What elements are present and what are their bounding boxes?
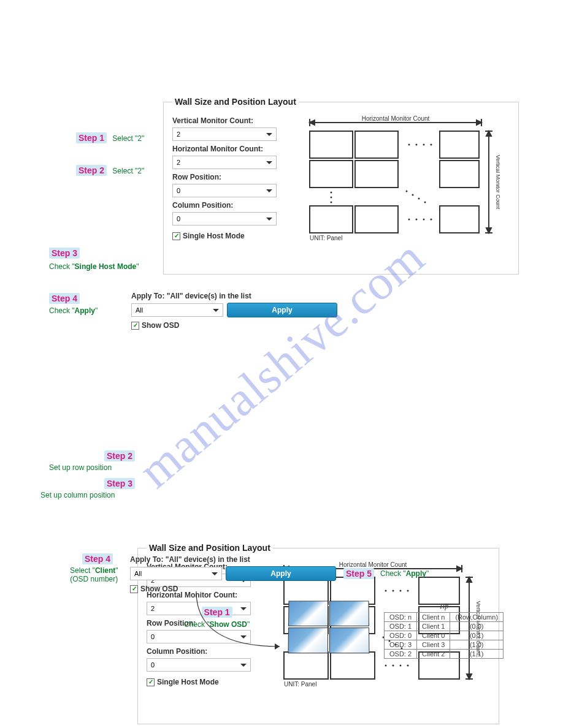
caret-icon	[266, 133, 272, 136]
tip-row: OSD: 0 Client 0 (0,1)	[385, 631, 504, 640]
col-value-1: 0	[177, 215, 180, 222]
svg-point-15	[408, 144, 410, 146]
apply1-select[interactable]: All	[131, 303, 223, 317]
tip-title: Tip	[384, 602, 504, 611]
show-osd-checkbox-2[interactable]: ✓	[130, 585, 138, 593]
panel2-legend: Wall Size and Position Layout	[147, 543, 273, 553]
apply2-button[interactable]: Apply	[226, 566, 336, 581]
step4b-note-suffix: "	[115, 566, 118, 575]
caret-icon	[212, 572, 218, 575]
step3a-badge: Step 3	[49, 248, 80, 259]
tip-header: OSD: n	[385, 613, 417, 622]
col-select-1[interactable]: 0	[172, 212, 277, 226]
step1a-note: Select "2"	[112, 134, 144, 143]
vmc-value-1: 2	[177, 131, 180, 138]
caret-icon	[266, 161, 272, 164]
svg-point-24	[331, 197, 332, 199]
panel1: Wall Size and Position Layout Vertical M…	[163, 97, 519, 275]
tip-header: (Row,Column)	[450, 613, 504, 622]
apply2-select[interactable]: All	[130, 567, 222, 580]
hmc-value-2: 2	[151, 605, 155, 612]
single-host-label-1: Single Host Mode	[183, 232, 245, 240]
col-select-2[interactable]: 0	[147, 658, 251, 672]
svg-rect-9	[310, 161, 353, 188]
osd-thumbnail	[329, 601, 369, 626]
step3b-note: Set up column position	[40, 491, 115, 499]
tip-header: Client n	[417, 613, 450, 622]
show-osd-label-2: Show OSD	[140, 585, 178, 593]
step4b-note-prefix: Select "	[70, 566, 95, 575]
svg-point-56	[385, 665, 387, 667]
svg-point-29	[424, 202, 426, 203]
apply1-button[interactable]: Apply	[227, 303, 337, 317]
step5b-note-bold: Apply	[406, 569, 426, 578]
osd-thumbnail	[329, 628, 369, 653]
step4b-note-bold: Client	[95, 566, 115, 575]
svg-rect-6	[310, 131, 353, 158]
single-host-checkbox-1[interactable]: ✓	[172, 232, 180, 240]
svg-marker-31	[486, 131, 491, 136]
svg-text:UNIT: Panel: UNIT: Panel	[310, 235, 342, 241]
svg-point-21	[423, 219, 425, 221]
apply1-select-value: All	[136, 306, 143, 314]
svg-rect-14	[440, 206, 479, 233]
row-value-2: 0	[151, 633, 155, 640]
step4a-note-suffix: "	[95, 306, 98, 315]
svg-point-17	[423, 144, 425, 146]
panel1-legend: Wall Size and Position Layout	[172, 97, 299, 107]
svg-point-26	[406, 191, 408, 192]
col-value-2: 0	[151, 661, 155, 669]
step3b-badge: Step 3	[104, 478, 135, 489]
caret-icon	[240, 664, 247, 667]
step3a-note-suffix: "	[136, 262, 139, 271]
svg-marker-74	[275, 643, 280, 650]
svg-point-18	[431, 144, 432, 146]
vmc-select-1[interactable]: 2	[172, 127, 277, 141]
row-select-1[interactable]: 0	[172, 184, 277, 197]
svg-rect-7	[355, 131, 398, 158]
caret-icon	[213, 309, 219, 312]
step4a-note-prefix: Check "	[49, 306, 75, 315]
svg-marker-69	[467, 674, 472, 679]
step4a-note-bold: Apply	[75, 306, 95, 315]
tip-row: OSD: 1 Client 1 (0,0)	[385, 622, 504, 631]
svg-point-58	[400, 665, 402, 667]
single-host-label-2: Single Host Mode	[157, 678, 219, 686]
step1a-badge: Step 1	[76, 132, 107, 143]
svg-point-20	[416, 219, 418, 221]
svg-marker-39	[457, 566, 462, 571]
svg-point-23	[331, 192, 332, 194]
step2b-badge: Step 2	[104, 450, 135, 461]
show-osd-checkbox-1[interactable]: ✓	[131, 322, 139, 330]
svg-point-57	[393, 665, 394, 667]
svg-rect-13	[355, 206, 398, 233]
apply1-title: Apply To: "All" device(s) in the list	[131, 292, 337, 300]
svg-point-16	[416, 144, 418, 146]
caret-icon	[266, 189, 272, 192]
svg-point-27	[412, 194, 414, 196]
svg-rect-50	[331, 652, 375, 679]
svg-marker-1	[310, 120, 315, 125]
step5b-note-prefix: Check "	[380, 569, 406, 578]
svg-point-19	[408, 219, 410, 221]
apply2-title: Apply To: "All" device(s) in the list	[130, 555, 429, 564]
svg-point-59	[407, 665, 409, 667]
step2a-badge: Step 2	[76, 165, 107, 176]
svg-point-22	[431, 219, 432, 221]
hmc-select-1[interactable]: 2	[172, 156, 277, 169]
step2b-note: Set up row position	[49, 463, 112, 472]
svg-point-28	[418, 198, 420, 200]
osd-thumbnail-grid	[288, 601, 370, 653]
step4b-badge: Step 4	[82, 553, 113, 564]
svg-marker-32	[486, 228, 491, 233]
step5b-badge: Step 5	[343, 568, 374, 579]
svg-rect-10	[355, 161, 398, 188]
step4b-note-line2: (OSD number)	[70, 575, 118, 583]
vmc-label-1: Vertical Monitor Count:	[172, 116, 289, 125]
row-value-1: 0	[177, 187, 180, 194]
show-osd-label-1: Show OSD	[142, 321, 179, 330]
svg-text:Vertical Monitor Count: Vertical Monitor Count	[495, 155, 500, 210]
apply2-select-value: All	[134, 570, 142, 577]
svg-rect-8	[440, 131, 479, 158]
single-host-checkbox-2[interactable]: ✓	[147, 678, 155, 686]
